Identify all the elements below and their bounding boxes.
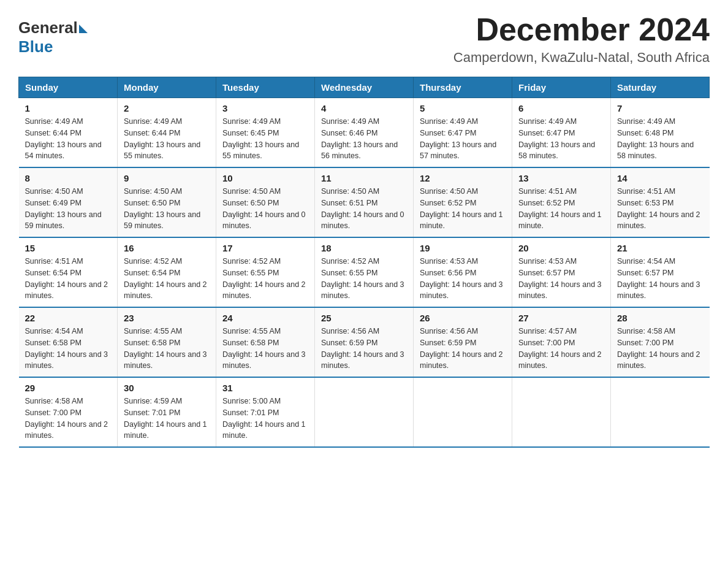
calendar-cell: 3Sunrise: 4:49 AMSunset: 6:45 PMDaylight… [216,98,315,168]
calendar-cell: 8Sunrise: 4:50 AMSunset: 6:49 PMDaylight… [19,167,118,237]
day-info: Sunrise: 4:57 AMSunset: 7:00 PMDaylight:… [518,326,604,372]
day-info: Sunrise: 4:56 AMSunset: 6:59 PMDaylight:… [420,326,506,372]
day-number: 28 [617,313,703,323]
day-info: Sunrise: 4:54 AMSunset: 6:57 PMDaylight:… [617,256,703,302]
calendar-cell: 16Sunrise: 4:52 AMSunset: 6:54 PMDayligh… [118,237,216,307]
day-number: 22 [25,313,112,323]
day-info: Sunrise: 4:53 AMSunset: 6:56 PMDaylight:… [420,256,506,302]
calendar-day-header: Friday [512,77,611,98]
calendar-day-header: Monday [118,77,216,98]
logo-blue-text: Blue [18,37,53,56]
day-number: 29 [25,383,112,393]
day-info: Sunrise: 4:55 AMSunset: 6:58 PMDaylight:… [124,326,210,372]
calendar-cell [315,377,414,447]
page-header: General Blue December 2024 Camperdown, K… [18,12,710,66]
day-number: 23 [124,313,210,323]
calendar-cell: 9Sunrise: 4:50 AMSunset: 6:50 PMDaylight… [118,167,216,237]
calendar-cell: 7Sunrise: 4:49 AMSunset: 6:48 PMDaylight… [611,98,710,168]
calendar-cell: 18Sunrise: 4:52 AMSunset: 6:55 PMDayligh… [315,237,414,307]
calendar-day-header: Sunday [19,77,118,98]
day-number: 3 [222,103,308,113]
day-number: 2 [124,103,210,113]
day-info: Sunrise: 4:54 AMSunset: 6:58 PMDaylight:… [25,326,112,372]
day-number: 18 [321,243,407,253]
day-number: 25 [321,313,407,323]
day-number: 14 [617,173,703,183]
day-number: 11 [321,173,407,183]
calendar-cell: 23Sunrise: 4:55 AMSunset: 6:58 PMDayligh… [118,307,216,377]
calendar-week-row: 8Sunrise: 4:50 AMSunset: 6:49 PMDaylight… [19,167,710,237]
calendar-cell: 12Sunrise: 4:50 AMSunset: 6:52 PMDayligh… [414,167,512,237]
logo-triangle-icon [79,25,88,33]
day-info: Sunrise: 4:51 AMSunset: 6:53 PMDaylight:… [617,186,703,232]
calendar-cell: 2Sunrise: 4:49 AMSunset: 6:44 PMDaylight… [118,98,216,168]
calendar-cell: 20Sunrise: 4:53 AMSunset: 6:57 PMDayligh… [512,237,611,307]
calendar-week-row: 22Sunrise: 4:54 AMSunset: 6:58 PMDayligh… [19,307,710,377]
page-title: December 2024 [453,12,710,47]
calendar-cell: 4Sunrise: 4:49 AMSunset: 6:46 PMDaylight… [315,98,414,168]
day-number: 27 [518,313,604,323]
day-info: Sunrise: 4:52 AMSunset: 6:55 PMDaylight:… [222,256,308,302]
calendar-week-row: 29Sunrise: 4:58 AMSunset: 7:00 PMDayligh… [19,377,710,447]
calendar-week-row: 15Sunrise: 4:51 AMSunset: 6:54 PMDayligh… [19,237,710,307]
calendar-cell: 11Sunrise: 4:50 AMSunset: 6:51 PMDayligh… [315,167,414,237]
day-number: 16 [124,243,210,253]
day-info: Sunrise: 4:51 AMSunset: 6:52 PMDaylight:… [518,186,604,232]
day-number: 21 [617,243,703,253]
calendar-cell: 21Sunrise: 4:54 AMSunset: 6:57 PMDayligh… [611,237,710,307]
day-info: Sunrise: 4:56 AMSunset: 6:59 PMDaylight:… [321,326,407,372]
title-area: December 2024 Camperdown, KwaZulu-Natal,… [453,12,710,66]
calendar-table: SundayMondayTuesdayWednesdayThursdayFrid… [18,77,710,448]
day-info: Sunrise: 4:49 AMSunset: 6:44 PMDaylight:… [124,116,210,162]
day-info: Sunrise: 4:59 AMSunset: 7:01 PMDaylight:… [124,396,210,442]
day-info: Sunrise: 4:49 AMSunset: 6:47 PMDaylight:… [420,116,506,162]
calendar-cell: 1Sunrise: 4:49 AMSunset: 6:44 PMDaylight… [19,98,118,168]
day-number: 26 [420,313,506,323]
calendar-cell: 19Sunrise: 4:53 AMSunset: 6:56 PMDayligh… [414,237,512,307]
day-number: 13 [518,173,604,183]
calendar-cell: 29Sunrise: 4:58 AMSunset: 7:00 PMDayligh… [19,377,118,447]
page-subtitle: Camperdown, KwaZulu-Natal, South Africa [453,50,710,66]
calendar-cell [414,377,512,447]
day-number: 30 [124,383,210,393]
day-number: 8 [25,173,112,183]
logo: General Blue [18,18,88,56]
calendar-cell [512,377,611,447]
day-info: Sunrise: 4:50 AMSunset: 6:52 PMDaylight:… [420,186,506,232]
day-number: 20 [518,243,604,253]
day-number: 9 [124,173,210,183]
calendar-cell: 26Sunrise: 4:56 AMSunset: 6:59 PMDayligh… [414,307,512,377]
day-number: 15 [25,243,112,253]
day-info: Sunrise: 4:49 AMSunset: 6:48 PMDaylight:… [617,116,703,162]
logo-general-text: General [18,18,78,37]
day-number: 19 [420,243,506,253]
day-info: Sunrise: 4:51 AMSunset: 6:54 PMDaylight:… [25,256,112,302]
day-number: 12 [420,173,506,183]
calendar-cell: 22Sunrise: 4:54 AMSunset: 6:58 PMDayligh… [19,307,118,377]
day-number: 1 [25,103,112,113]
calendar-cell [611,377,710,447]
day-info: Sunrise: 4:58 AMSunset: 7:00 PMDaylight:… [617,326,703,372]
calendar-day-header: Wednesday [315,77,414,98]
calendar-cell: 25Sunrise: 4:56 AMSunset: 6:59 PMDayligh… [315,307,414,377]
calendar-week-row: 1Sunrise: 4:49 AMSunset: 6:44 PMDaylight… [19,98,710,168]
calendar-cell: 27Sunrise: 4:57 AMSunset: 7:00 PMDayligh… [512,307,611,377]
day-info: Sunrise: 4:49 AMSunset: 6:47 PMDaylight:… [518,116,604,162]
calendar-cell: 17Sunrise: 4:52 AMSunset: 6:55 PMDayligh… [216,237,315,307]
day-number: 4 [321,103,407,113]
day-number: 17 [222,243,308,253]
day-info: Sunrise: 5:00 AMSunset: 7:01 PMDaylight:… [222,396,308,442]
calendar-cell: 13Sunrise: 4:51 AMSunset: 6:52 PMDayligh… [512,167,611,237]
day-info: Sunrise: 4:49 AMSunset: 6:46 PMDaylight:… [321,116,407,162]
day-info: Sunrise: 4:52 AMSunset: 6:54 PMDaylight:… [124,256,210,302]
day-info: Sunrise: 4:49 AMSunset: 6:45 PMDaylight:… [222,116,308,162]
day-info: Sunrise: 4:52 AMSunset: 6:55 PMDaylight:… [321,256,407,302]
day-info: Sunrise: 4:50 AMSunset: 6:50 PMDaylight:… [222,186,308,232]
calendar-cell: 10Sunrise: 4:50 AMSunset: 6:50 PMDayligh… [216,167,315,237]
calendar-cell: 31Sunrise: 5:00 AMSunset: 7:01 PMDayligh… [216,377,315,447]
calendar-header-row: SundayMondayTuesdayWednesdayThursdayFrid… [19,77,710,98]
day-info: Sunrise: 4:50 AMSunset: 6:51 PMDaylight:… [321,186,407,232]
calendar-cell: 6Sunrise: 4:49 AMSunset: 6:47 PMDaylight… [512,98,611,168]
calendar-cell: 14Sunrise: 4:51 AMSunset: 6:53 PMDayligh… [611,167,710,237]
calendar-cell: 28Sunrise: 4:58 AMSunset: 7:00 PMDayligh… [611,307,710,377]
